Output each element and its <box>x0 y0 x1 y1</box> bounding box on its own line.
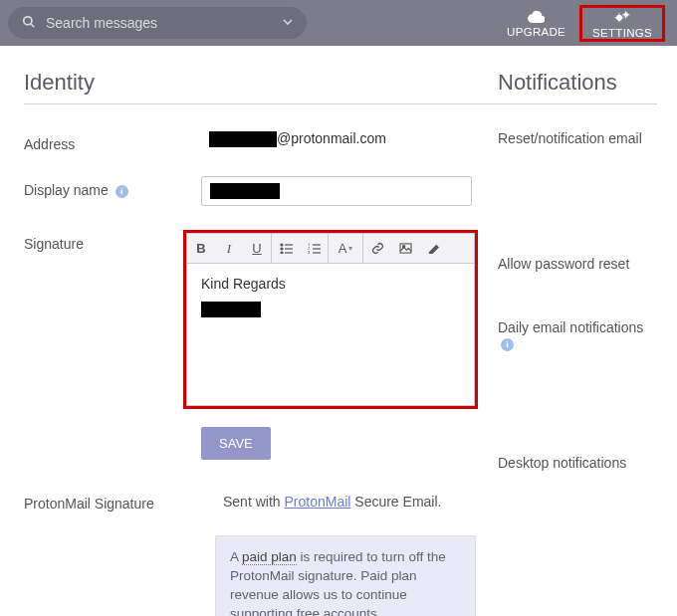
bullet-list-button[interactable] <box>272 234 300 263</box>
underline-button[interactable]: U <box>243 234 271 263</box>
address-domain: @protonmail.com <box>277 130 386 146</box>
protonmail-link[interactable]: ProtonMail <box>284 494 350 510</box>
font-color-button[interactable]: A▾ <box>329 234 362 263</box>
link-button[interactable] <box>363 234 391 263</box>
desktop-notif-label: Desktop notifications <box>498 455 657 471</box>
italic-button[interactable]: I <box>215 234 243 263</box>
svg-point-0 <box>24 16 32 24</box>
paid-plan-link[interactable]: paid plan <box>242 549 297 565</box>
gears-icon <box>592 10 652 26</box>
pm-signature-label: ProtonMail Signature <box>24 490 201 512</box>
number-list-button[interactable]: 123 <box>300 234 328 263</box>
search-icon <box>22 15 36 32</box>
reset-email-label: Reset/notification email <box>498 130 657 146</box>
info-icon[interactable]: i <box>115 185 128 198</box>
paid-plan-notice: A paid plan is required to turn off the … <box>215 535 476 616</box>
allow-reset-label: Allow password reset <box>498 256 657 272</box>
address-label: Address <box>24 130 201 152</box>
signature-editor-highlight: B I U 123 <box>183 230 478 409</box>
signature-label: Signature <box>24 230 183 252</box>
svg-line-1 <box>31 23 35 27</box>
display-name-label: Display name <box>24 182 109 198</box>
editor-toolbar: B I U 123 <box>187 234 474 264</box>
svg-point-4 <box>281 244 283 246</box>
top-bar: UPGRADE SETTINGS <box>0 0 677 46</box>
notifications-heading: Notifications <box>498 70 657 104</box>
svg-point-8 <box>281 252 283 254</box>
display-name-row: Display name i <box>24 176 498 206</box>
image-button[interactable] <box>391 234 419 263</box>
redacted-display-name <box>210 183 280 199</box>
identity-heading: Identity <box>24 70 498 104</box>
svg-point-6 <box>281 248 283 250</box>
signature-textarea[interactable]: Kind Regards <box>187 264 474 405</box>
redacted-local-part <box>209 131 277 147</box>
search-input[interactable] <box>46 15 283 31</box>
settings-button[interactable]: SETTINGS <box>579 5 665 42</box>
svg-text:3: 3 <box>308 250 311 254</box>
upgrade-button[interactable]: UPGRADE <box>493 6 579 40</box>
svg-rect-16 <box>400 244 411 253</box>
signature-editor: B I U 123 <box>186 233 475 406</box>
bold-button[interactable]: B <box>187 234 215 263</box>
clear-format-button[interactable] <box>419 234 447 263</box>
display-name-input[interactable] <box>201 176 472 206</box>
address-row: Address @protonmail.com <box>24 130 498 152</box>
info-icon[interactable]: i <box>501 338 514 351</box>
signature-line1: Kind Regards <box>201 276 460 292</box>
chevron-down-icon[interactable] <box>283 17 293 29</box>
signature-row: Signature B I U <box>24 230 498 409</box>
redacted-signature-name <box>201 302 261 317</box>
search-container[interactable] <box>8 7 307 39</box>
cloud-icon <box>507 10 565 25</box>
save-button[interactable]: SAVE <box>201 427 271 460</box>
pm-signature-row: ProtonMail Signature Sent with ProtonMai… <box>24 490 498 512</box>
daily-notif-label: Daily email notifications <box>498 319 643 335</box>
